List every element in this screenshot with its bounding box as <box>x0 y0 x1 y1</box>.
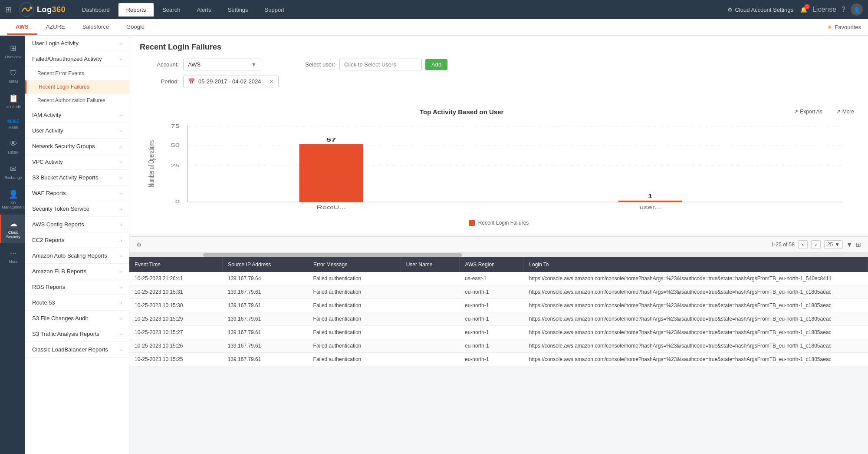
nav-item-amazon-elb[interactable]: Amazon ELB Reports › <box>25 264 129 279</box>
scrollbar-thumb[interactable] <box>203 253 462 257</box>
sidebar-item-overview[interactable]: ⊞ Overview <box>0 39 25 63</box>
table-scroll-container[interactable]: Event Time Source IP Address Error Messa… <box>129 257 868 366</box>
sidebar-item-ueba[interactable]: 👁 UEBA <box>0 135 25 159</box>
user-avatar[interactable]: 👤 <box>851 3 863 16</box>
cloud-security-icon: ☁ <box>10 219 17 229</box>
column-toggle-icon[interactable]: ⊞ <box>856 241 861 248</box>
nav-item-user-login-activity[interactable]: User Login Activity › <box>25 36 129 51</box>
col-source-ip[interactable]: Source IP Address <box>223 257 308 272</box>
export-label: Export As <box>800 109 822 115</box>
cell-aws-region: eu-north-1 <box>460 285 524 299</box>
page-size-value: 25 <box>827 242 833 248</box>
sidebar-item-siem[interactable]: 🛡 SIEM <box>0 64 25 88</box>
table-filter-icon[interactable]: ▼ <box>846 241 852 248</box>
col-login-to[interactable]: Login To <box>524 257 868 272</box>
tab-settings[interactable]: Settings <box>220 3 256 17</box>
export-as-button[interactable]: ↗ Export As <box>790 107 825 116</box>
nav-item-s3-file-changes[interactable]: S3 File Changes Audit › <box>25 311 129 326</box>
col-user-name[interactable]: User Name <box>401 257 460 272</box>
sidebar-item-more[interactable]: ··· More <box>0 244 25 268</box>
notification-count: 1 <box>804 4 810 9</box>
nav-item-security-token-service[interactable]: Security Token Service › <box>25 201 129 217</box>
nav-item-classic-loadbalancer[interactable]: Classic LoadBalancer Reports › <box>25 342 129 358</box>
chart-wrapper: 75 50 25 0 Number of Operations 57 RootU… <box>140 121 858 216</box>
table-toolbar-left: ⚙ <box>136 241 142 248</box>
help-icon[interactable]: ? <box>842 6 845 13</box>
more-button[interactable]: ↗ More <box>833 107 858 116</box>
tab-aws[interactable]: AWS <box>7 20 37 35</box>
cell-event-time: 10-25-2023 21:26:41 <box>129 272 223 285</box>
cell-source-ip: 139.167.79.61 <box>223 326 308 339</box>
apps-grid-icon[interactable]: ⊞ <box>5 5 12 14</box>
table-settings-icon[interactable]: ⚙ <box>136 241 142 248</box>
sidebar-item-exchange[interactable]: ✉ Exchange <box>0 160 25 184</box>
tab-azure[interactable]: AZURE <box>37 20 74 35</box>
logo-svg <box>19 2 34 17</box>
data-table: Event Time Source IP Address Error Messa… <box>129 257 868 366</box>
prev-page-button[interactable]: ‹ <box>798 240 808 249</box>
nav-item-vpc-activity[interactable]: VPC Activity › <box>25 154 129 170</box>
nav-item-failed-unauthorized[interactable]: Failed/Unauthorized Activity › <box>25 51 129 67</box>
chevron-right-icon-11: › <box>120 253 122 258</box>
horizontal-scrollbar[interactable] <box>129 253 868 257</box>
nav-item-rds-reports[interactable]: RDS Reports › <box>25 279 129 295</box>
tab-google[interactable]: Google <box>118 20 153 35</box>
favourites-button[interactable]: ★ Favourites <box>827 24 861 30</box>
sidebar-item-ad-audit[interactable]: 📋 AD Audit <box>0 89 25 113</box>
date-range-picker[interactable]: 📅 05-29-2017 - 04-02-2024 ✕ <box>183 76 279 87</box>
nav-item-waf-reports[interactable]: WAF Reports › <box>25 186 129 201</box>
cell-event-time: 10-25-2023 10:15:27 <box>129 326 223 339</box>
svg-text:75: 75 <box>171 123 179 129</box>
cell-error-message: Failed authentication <box>308 312 401 326</box>
cell-aws-region: eu-north-1 <box>460 353 524 366</box>
cell-login-to: https://console.aws.amazon.com/console/h… <box>524 285 868 299</box>
table-row: 10-25-2023 10:15:31 139.167.79.61 Failed… <box>129 285 868 299</box>
nav-item-iam-activity[interactable]: IAM Activity › <box>25 107 129 123</box>
cloud-account-settings-btn[interactable]: ⚙ Cloud Account Settings <box>727 7 793 13</box>
notification-bell[interactable]: 🔔 1 <box>800 7 807 13</box>
nav-item-amazon-auto-scaling[interactable]: Amazon Auto Scaling Reports › <box>25 248 129 264</box>
col-error-message[interactable]: Error Message <box>308 257 401 272</box>
nav-item-s3-traffic-analysis[interactable]: S3 Traffic Analysis Reports › <box>25 326 129 342</box>
cell-aws-region: eu-north-1 <box>460 326 524 339</box>
tab-search[interactable]: Search <box>155 3 188 17</box>
nav-item-network-security-groups[interactable]: Network Security Groups › <box>25 139 129 154</box>
clear-date-icon[interactable]: ✕ <box>269 78 274 85</box>
period-label: Period: <box>140 78 179 85</box>
svg-text:Number of Operations: Number of Operations <box>147 140 156 187</box>
tab-salesforce[interactable]: Salesforce <box>74 20 118 35</box>
sidebar-item-m365[interactable]: M365 M365 <box>0 114 25 134</box>
nav-item-ec2-reports[interactable]: EC2 Reports › <box>25 232 129 248</box>
col-aws-region[interactable]: AWS Region <box>460 257 524 272</box>
sidebar-item-cloud-security[interactable]: ☁ Cloud Security <box>0 215 25 243</box>
chevron-right-icon-15: › <box>120 316 122 321</box>
logo-text: Log360 <box>37 5 66 14</box>
nav-item-s3-bucket[interactable]: S3 Bucket Activity Reports › <box>25 170 129 186</box>
nav-sub-item-recent-error-events[interactable]: Recent Error Events <box>25 67 129 80</box>
next-page-button[interactable]: › <box>811 240 821 249</box>
nav-sub-item-recent-login-failures[interactable]: Recent Login Failures <box>25 80 129 94</box>
tab-alerts[interactable]: Alerts <box>189 3 219 17</box>
nav-label-failed-unauthorized: Failed/Unauthorized Activity <box>32 56 102 62</box>
add-button[interactable]: Add <box>425 59 447 70</box>
nav-sub-item-recent-auth-failures[interactable]: Recent Authorization Failures <box>25 94 129 107</box>
tab-support[interactable]: Support <box>257 3 293 17</box>
page-size-select[interactable]: 25 ▼ <box>824 240 843 249</box>
cell-event-time: 10-25-2023 10:15:30 <box>129 299 223 312</box>
tab-dashboard[interactable]: Dashboard <box>74 3 118 17</box>
bar-2 <box>618 201 682 202</box>
sidebar-item-ad-management[interactable]: 👤 AD Management <box>0 185 25 214</box>
user-input[interactable] <box>339 59 422 70</box>
license-label[interactable]: License <box>812 6 836 13</box>
account-select[interactable]: AWS ▼ <box>183 59 261 70</box>
cell-source-ip: 139.167.79.61 <box>223 339 308 353</box>
chart-header: Top Activity Based on User ↗ Export As ↗… <box>140 107 858 116</box>
nav-item-user-activity[interactable]: User Activity › <box>25 123 129 139</box>
nav-item-aws-config-reports[interactable]: AWS Config Reports › <box>25 217 129 232</box>
cell-error-message: Failed authentication <box>308 353 401 366</box>
tab-reports[interactable]: Reports <box>118 3 154 17</box>
nav-item-route-53[interactable]: Route 53 › <box>25 295 129 311</box>
table-row: 10-25-2023 21:26:41 139.167.79.64 Failed… <box>129 272 868 285</box>
col-event-time[interactable]: Event Time <box>129 257 223 272</box>
m365-icon: M365 <box>7 119 20 124</box>
